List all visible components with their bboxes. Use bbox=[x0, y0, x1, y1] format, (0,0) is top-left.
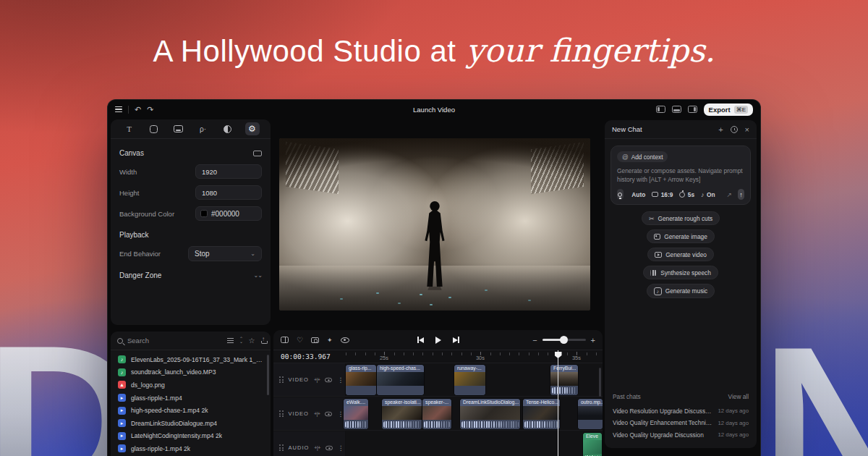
169-setting[interactable]: 16:9 bbox=[652, 191, 673, 198]
menu-icon[interactable] bbox=[115, 106, 122, 112]
settings-tool-icon[interactable]: ⚙ bbox=[245, 122, 260, 135]
chevron-down-icon: ⌄ bbox=[250, 250, 255, 257]
past-chats-section: Past chats View all Video Resolution Upg… bbox=[605, 387, 757, 449]
play-button[interactable] bbox=[435, 337, 441, 344]
tools-toolbar: T ρ· ⚙ bbox=[111, 119, 271, 139]
timeline-ruler[interactable]: 00:00:33.967 25s30s35s bbox=[273, 350, 603, 363]
clip-waveform bbox=[523, 420, 560, 429]
clip-name: Eleve bbox=[583, 433, 602, 440]
upload-icon[interactable] bbox=[261, 337, 268, 344]
toggle-right-panel-icon[interactable] bbox=[688, 106, 697, 113]
5s-setting[interactable]: 5s bbox=[679, 191, 694, 198]
video-preview[interactable] bbox=[279, 138, 590, 311]
view-all-link[interactable]: View all bbox=[728, 393, 749, 400]
setting-label: 16:9 bbox=[661, 191, 673, 198]
height-label: Height bbox=[119, 189, 139, 197]
expand-composer-icon[interactable]: ↗ bbox=[727, 191, 733, 198]
past-chat-row[interactable]: Video Quality Enhancement Techniques12 d… bbox=[613, 417, 749, 429]
favorite-icon[interactable]: ♡ bbox=[297, 336, 303, 344]
past-chat-row[interactable]: Video Quality Upgrade Discussion12 days … bbox=[613, 429, 749, 442]
canvas-monitor-icon[interactable] bbox=[253, 151, 262, 156]
chip-label: Generate music bbox=[665, 287, 708, 295]
end-behavior-select[interactable]: Stop ⌄ bbox=[188, 246, 262, 261]
on-setting[interactable]: ♪On bbox=[701, 191, 715, 198]
adjust-tool-icon[interactable] bbox=[221, 122, 235, 135]
search-input[interactable] bbox=[127, 337, 223, 345]
undo-button[interactable]: ↶ bbox=[135, 106, 141, 114]
video-clip[interactable]: speaker-... bbox=[422, 399, 451, 429]
file-row[interactable]: ▸high-speed-chase-1.mp4 2k bbox=[115, 404, 266, 417]
shape-tool-icon[interactable] bbox=[147, 122, 161, 135]
search-icon bbox=[117, 338, 123, 344]
skip-end-button[interactable] bbox=[453, 337, 459, 343]
ideas-button[interactable] bbox=[617, 189, 624, 200]
export-button[interactable]: Export ⌘E bbox=[704, 104, 753, 116]
danger-zone-expand-icon[interactable]: ⌄⌄ bbox=[254, 272, 262, 279]
redo-button[interactable]: ↷ bbox=[147, 106, 153, 114]
past-chat-row[interactable]: Video Resolution Upgrade Discussion12 da… bbox=[613, 405, 749, 418]
media-scrollbar[interactable] bbox=[267, 355, 269, 395]
video-clip[interactable]: outro.mp... bbox=[578, 399, 603, 429]
skip-start-button[interactable] bbox=[417, 337, 424, 343]
setting-label: On bbox=[707, 191, 715, 198]
text-tool-icon[interactable]: T bbox=[122, 122, 137, 135]
video-clip[interactable]: high-speed-chas... bbox=[377, 365, 424, 395]
voice-tool-icon[interactable]: ρ· bbox=[196, 122, 210, 135]
zoom-in-icon[interactable]: + bbox=[591, 336, 595, 345]
add-context-chip[interactable]: @ Add context bbox=[617, 151, 668, 162]
vid-icon bbox=[655, 252, 662, 258]
video-clip[interactable]: runaway-... bbox=[454, 365, 485, 395]
suggestion-chip[interactable]: Generate video bbox=[647, 248, 714, 261]
list-view-icon[interactable] bbox=[227, 338, 234, 343]
video-clip[interactable]: glass-rip... bbox=[346, 365, 376, 395]
audio-clip[interactable]: Eleve bbox=[583, 433, 602, 456]
prompt-composer[interactable]: @ Add context Generate or compose assets… bbox=[610, 145, 751, 205]
hero-headline: A Hollywood Studio at your fingertips. bbox=[0, 32, 868, 69]
zoom-out-icon[interactable]: − bbox=[532, 336, 537, 345]
split-clip-icon[interactable] bbox=[281, 337, 289, 343]
sort-icon[interactable]: ⌃⌄ bbox=[239, 338, 243, 343]
chat-history-icon[interactable] bbox=[731, 126, 738, 133]
preview-visibility-icon[interactable] bbox=[341, 337, 349, 343]
video-clip[interactable]: DreamLinkStudioDialog... bbox=[460, 399, 520, 429]
timeline-scrollbar[interactable] bbox=[599, 368, 601, 397]
past-chat-name: Video Resolution Upgrade Discussion bbox=[613, 408, 712, 415]
clip-waveform bbox=[344, 420, 368, 429]
file-row[interactable]: ▸glass-ripple-1.mp4 2k bbox=[115, 442, 266, 455]
caption-tool-icon[interactable] bbox=[171, 122, 186, 135]
favorites-icon[interactable]: ☆ bbox=[249, 337, 255, 345]
magic-wand-icon[interactable]: ✦ bbox=[327, 337, 333, 344]
snapshot-icon[interactable] bbox=[311, 337, 319, 343]
background-color-field[interactable]: #000000 bbox=[195, 206, 262, 221]
suggestion-chip[interactable]: Generate rough cuts bbox=[642, 211, 720, 225]
new-chat-icon[interactable]: + bbox=[718, 125, 723, 134]
clip-thumbnail bbox=[523, 406, 560, 420]
close-chat-icon[interactable]: × bbox=[745, 125, 749, 134]
video-clip[interactable]: speaker-isolati... bbox=[382, 399, 422, 429]
height-field[interactable] bbox=[195, 185, 262, 200]
send-button[interactable]: ↑ bbox=[738, 189, 744, 200]
file-row[interactable]: ▸DreamLinkStudioDialogue.mp4 bbox=[115, 417, 266, 430]
app-window: ↶ ↷ Launch Video Export ⌘E T ρ· bbox=[107, 99, 761, 456]
playhead[interactable] bbox=[558, 350, 558, 456]
toggle-bottom-panel-icon[interactable] bbox=[672, 106, 681, 113]
suggestion-chip[interactable]: Generate image bbox=[647, 229, 715, 243]
video-clip[interactable]: FerryBui... bbox=[550, 365, 578, 395]
past-chat-time: 12 days ago bbox=[718, 420, 749, 426]
file-row[interactable]: ▸LateNightCodingIntensity.mp4 2k bbox=[115, 430, 266, 443]
video-clip[interactable]: Tense-Helico... bbox=[523, 399, 560, 429]
video-clip[interactable]: eWalk.... bbox=[344, 399, 368, 429]
clip-name: FerryBui... bbox=[550, 365, 578, 372]
file-row[interactable]: ♪ElevenLabs_2025-09-16T16_37_33_Mark 1_i… bbox=[115, 353, 266, 366]
file-row[interactable]: ▲ds_logo.png bbox=[115, 379, 266, 392]
file-row[interactable]: ♪soundtrack_launch_video.MP3 bbox=[115, 366, 266, 379]
background-color-label: Background Color bbox=[119, 210, 174, 218]
suggestion-chip[interactable]: Synthesize speech bbox=[643, 266, 718, 279]
auto-setting[interactable]: Auto bbox=[629, 191, 645, 198]
suggestion-chip[interactable]: Generate music bbox=[647, 284, 715, 298]
file-row[interactable]: ▸glass-ripple-1.mp4 bbox=[115, 392, 266, 405]
timeline-zoom-slider[interactable] bbox=[542, 339, 586, 341]
width-field[interactable] bbox=[195, 164, 262, 179]
timecode-display: 00:00:33.967 bbox=[281, 352, 331, 360]
toggle-left-panel-icon[interactable] bbox=[656, 106, 665, 113]
